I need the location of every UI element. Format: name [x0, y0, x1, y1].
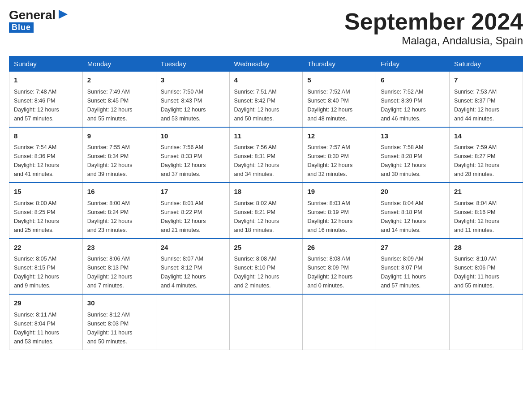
daylight-minutes: and 46 minutes.	[381, 116, 420, 122]
sunrise-line: Sunrise: 8:09 AM	[381, 256, 423, 262]
day-info: Sunrise: 8:08 AMSunset: 8:10 PMDaylight:…	[234, 254, 298, 290]
calendar-cell	[156, 294, 229, 350]
calendar-header-row: Sunday Monday Tuesday Wednesday Thursday…	[9, 56, 523, 72]
day-number: 8	[14, 131, 78, 141]
sunset-line: Sunset: 8:25 PM	[14, 209, 55, 215]
day-number: 3	[161, 75, 225, 86]
day-info: Sunrise: 8:04 AMSunset: 8:18 PMDaylight:…	[381, 199, 445, 235]
calendar-cell: 2Sunrise: 7:49 AMSunset: 8:45 PMDaylight…	[82, 72, 156, 127]
calendar-cell: 18Sunrise: 8:02 AMSunset: 8:21 PMDayligh…	[229, 183, 303, 239]
calendar-cell: 30Sunrise: 8:12 AMSunset: 8:03 PMDayligh…	[82, 294, 156, 350]
daylight-minutes: and 55 minutes.	[87, 116, 127, 122]
title-block: September 2024 Malaga, Andalusia, Spain	[344, 9, 523, 47]
sunset-line: Sunset: 8:22 PM	[161, 209, 202, 215]
sunrise-line: Sunrise: 8:04 AM	[381, 200, 423, 206]
daylight-line: Daylight: 12 hours	[14, 107, 59, 113]
col-friday: Friday	[376, 56, 450, 72]
sunrise-line: Sunrise: 8:03 AM	[307, 200, 350, 206]
sunrise-line: Sunrise: 8:10 AM	[454, 256, 497, 262]
sunrise-line: Sunrise: 7:50 AM	[161, 89, 203, 95]
daylight-line: Daylight: 12 hours	[87, 274, 133, 280]
sunrise-line: Sunrise: 8:02 AM	[234, 200, 277, 206]
col-monday: Monday	[82, 56, 156, 72]
calendar-cell: 21Sunrise: 8:04 AMSunset: 8:16 PMDayligh…	[450, 183, 523, 239]
calendar-cell: 23Sunrise: 8:06 AMSunset: 8:13 PMDayligh…	[82, 239, 156, 295]
day-number: 20	[381, 187, 445, 197]
daylight-line: Daylight: 12 hours	[14, 218, 59, 224]
daylight-line: Daylight: 12 hours	[161, 218, 206, 224]
sunrise-line: Sunrise: 7:48 AM	[14, 89, 56, 95]
day-number: 27	[381, 243, 445, 253]
day-info: Sunrise: 7:48 AMSunset: 8:46 PMDaylight:…	[14, 87, 78, 123]
sunset-line: Sunset: 8:46 PM	[14, 98, 55, 104]
calendar-cell: 29Sunrise: 8:11 AMSunset: 8:04 PMDayligh…	[9, 294, 83, 350]
sunrise-line: Sunrise: 7:58 AM	[381, 144, 423, 150]
logo-icon	[56, 8, 69, 21]
daylight-line: Daylight: 12 hours	[307, 162, 352, 168]
page-header: General Blue September 2024 Malaga, Anda…	[9, 9, 523, 47]
day-number: 23	[87, 243, 151, 253]
calendar-cell: 22Sunrise: 8:05 AMSunset: 8:15 PMDayligh…	[9, 239, 83, 295]
day-info: Sunrise: 7:55 AMSunset: 8:34 PMDaylight:…	[87, 143, 151, 179]
daylight-line: Daylight: 12 hours	[161, 162, 206, 168]
day-number: 25	[234, 243, 298, 253]
calendar-cell	[376, 294, 450, 350]
day-number: 21	[454, 187, 518, 197]
page-title: September 2024	[344, 9, 523, 34]
daylight-minutes: and 32 minutes.	[307, 171, 347, 177]
daylight-minutes: and 44 minutes.	[454, 116, 494, 122]
calendar-cell: 8Sunrise: 7:54 AMSunset: 8:36 PMDaylight…	[9, 127, 83, 183]
sunset-line: Sunset: 8:42 PM	[234, 98, 275, 104]
sunset-line: Sunset: 8:43 PM	[161, 98, 202, 104]
daylight-minutes: and 7 minutes.	[87, 283, 124, 289]
daylight-line: Daylight: 12 hours	[87, 218, 133, 224]
sunrise-line: Sunrise: 8:08 AM	[307, 256, 350, 262]
daylight-minutes: and 30 minutes.	[381, 171, 420, 177]
sunset-line: Sunset: 8:36 PM	[14, 153, 55, 159]
day-info: Sunrise: 8:05 AMSunset: 8:15 PMDaylight:…	[14, 254, 78, 290]
calendar-cell: 1Sunrise: 7:48 AMSunset: 8:46 PMDaylight…	[9, 72, 83, 127]
calendar-cell: 28Sunrise: 8:10 AMSunset: 8:06 PMDayligh…	[450, 239, 523, 295]
sunset-line: Sunset: 8:12 PM	[161, 265, 202, 271]
calendar-cell: 15Sunrise: 8:00 AMSunset: 8:25 PMDayligh…	[9, 183, 83, 239]
sunrise-line: Sunrise: 8:12 AM	[87, 312, 130, 318]
calendar-cell: 3Sunrise: 7:50 AMSunset: 8:43 PMDaylight…	[156, 72, 229, 127]
svg-marker-0	[59, 10, 68, 19]
sunset-line: Sunset: 8:33 PM	[161, 153, 202, 159]
sunset-line: Sunset: 8:07 PM	[381, 265, 422, 271]
sunrise-line: Sunrise: 7:55 AM	[87, 144, 130, 150]
sunset-line: Sunset: 8:10 PM	[234, 265, 275, 271]
daylight-minutes: and 48 minutes.	[307, 116, 347, 122]
sunset-line: Sunset: 8:19 PM	[307, 209, 348, 215]
sunset-line: Sunset: 8:06 PM	[454, 265, 495, 271]
sunrise-line: Sunrise: 7:56 AM	[234, 144, 277, 150]
day-number: 15	[14, 187, 78, 197]
sunset-line: Sunset: 8:37 PM	[454, 98, 495, 104]
calendar-cell: 26Sunrise: 8:08 AMSunset: 8:09 PMDayligh…	[303, 239, 376, 295]
sunrise-line: Sunrise: 8:07 AM	[161, 256, 203, 262]
day-info: Sunrise: 7:57 AMSunset: 8:30 PMDaylight:…	[307, 143, 371, 179]
day-info: Sunrise: 7:54 AMSunset: 8:36 PMDaylight:…	[14, 143, 78, 179]
sunset-line: Sunset: 8:28 PM	[381, 153, 422, 159]
col-thursday: Thursday	[303, 56, 376, 72]
day-info: Sunrise: 8:07 AMSunset: 8:12 PMDaylight:…	[161, 254, 225, 290]
sunset-line: Sunset: 8:21 PM	[234, 209, 275, 215]
sunrise-line: Sunrise: 7:51 AM	[234, 89, 277, 95]
day-info: Sunrise: 8:04 AMSunset: 8:16 PMDaylight:…	[454, 199, 518, 235]
daylight-line: Daylight: 12 hours	[14, 162, 59, 168]
day-info: Sunrise: 7:56 AMSunset: 8:33 PMDaylight:…	[161, 143, 225, 179]
day-number: 6	[381, 75, 445, 86]
day-info: Sunrise: 8:06 AMSunset: 8:13 PMDaylight:…	[87, 254, 151, 290]
day-number: 10	[161, 131, 225, 141]
day-info: Sunrise: 7:58 AMSunset: 8:28 PMDaylight:…	[381, 143, 445, 179]
day-info: Sunrise: 8:01 AMSunset: 8:22 PMDaylight:…	[161, 199, 225, 235]
daylight-minutes: and 2 minutes.	[234, 283, 271, 289]
day-number: 4	[234, 75, 298, 86]
daylight-minutes: and 39 minutes.	[87, 171, 127, 177]
day-number: 12	[307, 131, 371, 141]
day-info: Sunrise: 8:03 AMSunset: 8:19 PMDaylight:…	[307, 199, 371, 235]
sunset-line: Sunset: 8:27 PM	[454, 153, 495, 159]
daylight-minutes: and 37 minutes.	[161, 171, 201, 177]
daylight-minutes: and 53 minutes.	[14, 338, 54, 345]
sunset-line: Sunset: 8:40 PM	[307, 98, 348, 104]
